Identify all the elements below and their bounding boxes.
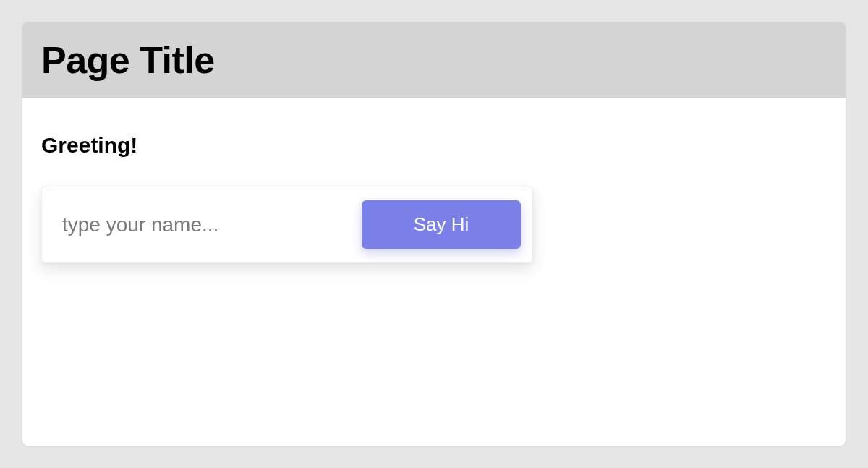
page-card: Page Title Greeting! Say Hi — [22, 22, 846, 446]
greeting-heading: Greeting! — [41, 133, 827, 158]
name-input[interactable] — [62, 213, 347, 237]
card-header: Page Title — [22, 22, 846, 98]
say-hi-button[interactable]: Say Hi — [362, 200, 521, 249]
card-body: Greeting! Say Hi — [22, 98, 846, 284]
page-title: Page Title — [41, 38, 827, 82]
name-input-row: Say Hi — [41, 187, 533, 263]
